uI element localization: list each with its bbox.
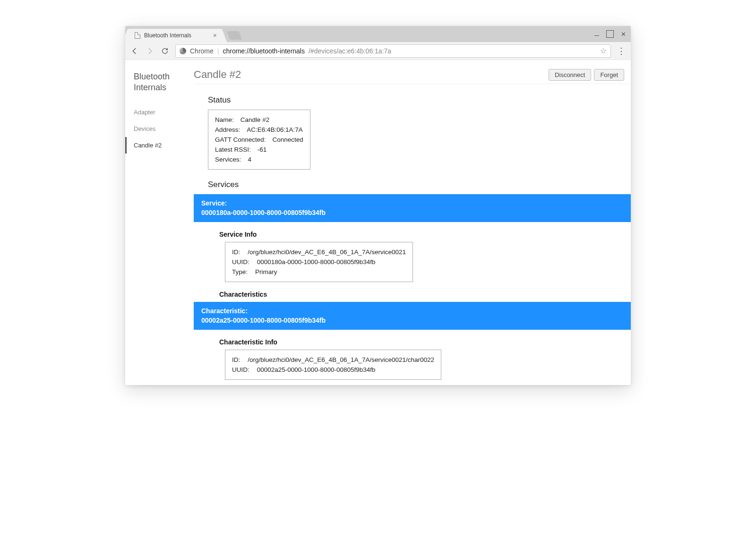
char-id-value: /org/bluez/hci0/dev_AC_E6_4B_06_1A_7A/se…: [248, 356, 434, 363]
status-services-value: 4: [248, 156, 252, 163]
service-banner[interactable]: Service: 0000180a-0000-1000-8000-00805f9…: [194, 194, 631, 222]
url-separator: |: [217, 47, 219, 55]
characteristics-heading: Characteristics: [219, 291, 631, 298]
omnibox[interactable]: Chrome | chrome://bluetooth-internals/#d…: [175, 44, 611, 58]
page-header: Candle #2 Disconnect Forget: [194, 69, 631, 84]
new-tab-button[interactable]: [227, 31, 242, 40]
sidebar-item-adapter[interactable]: Adapter: [134, 104, 194, 120]
bookmark-star-icon[interactable]: ☆: [600, 46, 607, 55]
status-rssi-value: -61: [258, 146, 267, 153]
characteristic-info-box: ID/org/bluez/hci0/dev_AC_E6_4B_06_1A_7A/…: [225, 350, 441, 380]
browser-tab[interactable]: Bluetooth Internals ×: [130, 29, 220, 42]
header-buttons: Disconnect Forget: [549, 69, 624, 81]
char-uuid-label: UUID: [232, 366, 249, 373]
status-address-label: Address: [215, 126, 240, 133]
status-services-label: Services: [215, 156, 241, 163]
characteristic-banner[interactable]: Characteristic: 00002a25-0000-1000-8000-…: [194, 302, 631, 330]
status-name-value: Candle #2: [241, 116, 270, 123]
status-gatt-value: Connected: [273, 136, 303, 143]
service-info-heading: Service Info: [219, 231, 631, 238]
services-heading: Services: [208, 180, 631, 189]
service-uuid-label: UUID: [232, 258, 249, 266]
service-banner-uuid: 0000180a-0000-1000-8000-00805f9b34fb: [201, 209, 326, 216]
sidebar-title: Bluetooth Internals: [134, 71, 194, 93]
status-name-label: Name: [215, 116, 234, 123]
tab-close-icon[interactable]: ×: [213, 32, 217, 39]
disconnect-button[interactable]: Disconnect: [549, 69, 591, 81]
status-address-value: AC:E6:4B:06:1A:7A: [247, 126, 303, 133]
sidebar-title-line2: Internals: [134, 83, 166, 92]
service-type-value: Primary: [255, 268, 277, 275]
reload-button[interactable]: [158, 44, 172, 58]
status-box: NameCandle #2 AddressAC:E6:4B:06:1A:7A G…: [208, 110, 310, 170]
url-path: /#devices/ac:e6:4b:06:1a:7a: [309, 47, 391, 55]
tab-title: Bluetooth Internals: [144, 32, 191, 39]
status-gatt-label: GATT Connected: [215, 136, 266, 143]
characteristic-banner-uuid: 00002a25-0000-1000-8000-00805f9b34fb: [201, 317, 326, 324]
service-id-value: /org/bluez/hci0/dev_AC_E6_4B_06_1A_7A/se…: [248, 249, 406, 256]
back-button[interactable]: [128, 44, 141, 58]
service-uuid-value: 0000180a-0000-1000-8000-00805f9b34fb: [257, 258, 376, 266]
url-scheme: Chrome: [190, 47, 214, 55]
forward-button[interactable]: [143, 44, 156, 58]
forget-button[interactable]: Forget: [594, 69, 624, 81]
service-banner-label: Service:: [201, 199, 624, 208]
sidebar-item-devices[interactable]: Devices: [134, 120, 194, 137]
char-id-label: ID: [232, 356, 240, 363]
service-info-box: ID/org/bluez/hci0/dev_AC_E6_4B_06_1A_7A/…: [225, 242, 413, 282]
page-title: Candle #2: [194, 69, 241, 81]
browser-window: Bluetooth Internals × Chrome | chrome://…: [125, 26, 631, 385]
chrome-icon: [180, 48, 186, 54]
status-heading: Status: [208, 95, 631, 105]
service-id-label: ID: [232, 249, 240, 256]
characteristic-info-heading: Characteristic Info: [219, 338, 631, 346]
address-bar: Chrome | chrome://bluetooth-internals/#d…: [125, 42, 631, 60]
tab-bar: Bluetooth Internals ×: [125, 26, 631, 42]
characteristic-banner-label: Characteristic:: [201, 307, 624, 316]
window-controls: [593, 26, 627, 42]
sidebar: Bluetooth Internals Adapter Devices Cand…: [125, 60, 194, 385]
window-minimize-icon[interactable]: [593, 30, 601, 38]
sidebar-item-candle-2[interactable]: Candle #2: [125, 137, 194, 154]
main-scroll[interactable]: Status NameCandle #2 AddressAC:E6:4B:06:…: [194, 84, 631, 385]
sidebar-title-line1: Bluetooth: [134, 72, 170, 81]
status-rssi-label: Latest RSSI: [215, 146, 251, 153]
char-uuid-value: 00002a25-0000-1000-8000-00805f9b34fb: [257, 366, 376, 373]
window-close-icon[interactable]: [619, 30, 627, 38]
content-area: Bluetooth Internals Adapter Devices Cand…: [125, 60, 631, 385]
main-panel: Candle #2 Disconnect Forget Status NameC…: [194, 60, 631, 385]
url-host: chrome://bluetooth-internals: [223, 47, 305, 55]
document-icon: [135, 32, 140, 39]
browser-menu-button[interactable]: ⋮: [615, 44, 628, 58]
window-maximize-icon[interactable]: [606, 30, 614, 38]
service-type-label: Type: [232, 268, 248, 275]
